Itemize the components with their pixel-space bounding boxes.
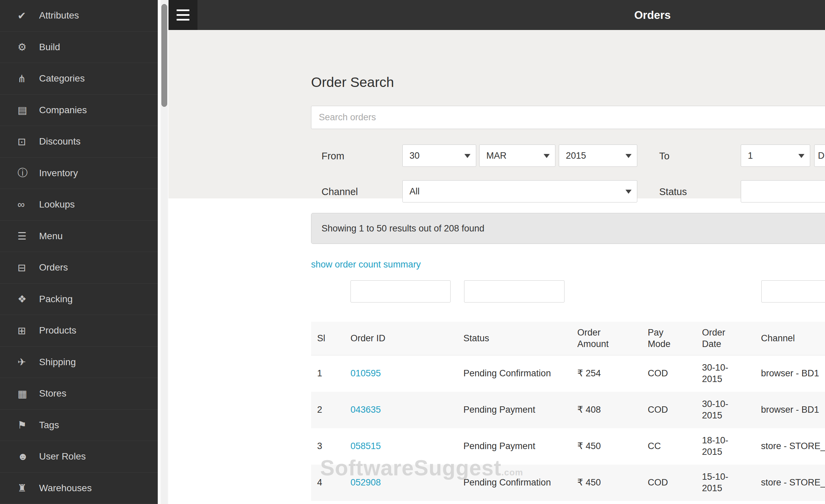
cell-amount: ₹ 450 [571, 428, 642, 465]
sidebar-item-label: Lookups [39, 199, 75, 210]
chevron-down-icon [544, 154, 550, 158]
cell-pay-mode: COD [642, 465, 696, 501]
from-month-value: MAR [486, 151, 507, 161]
cell-sl: 2 [311, 392, 344, 428]
order-id-link[interactable]: 010595 [350, 368, 381, 379]
order-search-heading: Order Search [311, 74, 394, 90]
cell-sl: 1 [311, 355, 344, 392]
tag-icon: ⚑ [18, 419, 39, 431]
cell-order-date: 30-10-2015 [696, 355, 755, 392]
sidebar-item-discounts[interactable]: ⊡ Discounts [0, 126, 158, 158]
sidebar-scrollbar[interactable] [158, 0, 169, 504]
order-id-filter-input[interactable] [350, 280, 451, 303]
sidebar-item-attributes[interactable]: ✔ Attributes [0, 0, 158, 32]
store-building-icon: ▦ [18, 388, 39, 400]
sidebar-item-label: Companies [39, 105, 87, 116]
chevron-down-icon [798, 154, 804, 158]
sidebar-item-products[interactable]: ⊞ Products [0, 315, 158, 347]
search-orders-input[interactable] [311, 106, 825, 129]
sidebar-item-orders[interactable]: ⊟ Orders [0, 252, 158, 284]
sidebar-item-lookups[interactable]: ∞ Lookups [0, 189, 158, 221]
scrollbar-thumb[interactable] [161, 4, 167, 107]
main-content: Orders Order Search From 30 MAR 2015 To … [169, 0, 825, 504]
header-sl: Sl [311, 322, 344, 355]
channel-select[interactable]: All [402, 180, 637, 202]
results-summary-text: Showing 1 to 50 results out of 208 found [322, 223, 484, 234]
table-row: 3 058515 Pending Payment ₹ 450 CC 18-10-… [311, 428, 825, 465]
sidebar-item-label: Inventory [39, 168, 78, 179]
sidebar: ✔ Attributes ⚙ Build ⋔ Categories ▤ Comp… [0, 0, 158, 504]
status-filter-input[interactable] [464, 280, 564, 303]
order-count-summary-link[interactable]: show order count summary [311, 259, 421, 270]
order-id-link[interactable]: 052908 [350, 477, 381, 489]
cell-status: Pending Confirmation [457, 465, 571, 501]
sidebar-item-companies[interactable]: ▤ Companies [0, 95, 158, 126]
cell-pay-mode: COD [642, 392, 696, 428]
status-label: Status [659, 186, 687, 197]
order-search-panel: Order Search From 30 MAR 2015 To 1 D Cha… [169, 30, 825, 198]
to-month-value: D [818, 151, 825, 161]
from-day-select[interactable]: 30 [402, 145, 476, 167]
table-body: 1 010595 Pending Confirmation ₹ 254 COD … [311, 355, 825, 501]
sidebar-item-label: Packing [39, 294, 73, 305]
channel-label: Channel [322, 186, 358, 197]
header-status: Status [457, 322, 571, 355]
sidebar-item-label: Warehouses [39, 483, 92, 494]
cell-sl: 4 [311, 465, 344, 501]
cell-amount: ₹ 408 [571, 392, 642, 428]
sidebar-item-warehouses[interactable]: ♜ Warehouses [0, 473, 158, 504]
building-icon: ▤ [18, 104, 39, 116]
header-pay-mode: Pay Mode [642, 322, 696, 355]
chevron-down-icon [625, 154, 632, 158]
chevron-down-icon [464, 154, 470, 158]
sidebar-item-label: Menu [39, 231, 63, 242]
table-row: 4 052908 Pending Confirmation ₹ 450 COD … [311, 465, 825, 501]
orders-table: Sl Order ID Status Order Amount Pay Mode… [311, 322, 825, 501]
results-summary-bar: Showing 1 to 50 results out of 208 found [311, 213, 825, 244]
info-icon: ⓘ [18, 166, 39, 180]
from-day-value: 30 [409, 151, 420, 161]
page-title: Orders [169, 0, 825, 30]
order-id-link[interactable]: 043635 [350, 404, 381, 416]
to-month-select[interactable]: D [814, 145, 825, 167]
cell-channel: browser - BD1 [755, 355, 825, 392]
sidebar-item-categories[interactable]: ⋔ Categories [0, 63, 158, 95]
cell-order-date: 18-10-2015 [696, 428, 755, 465]
cell-amount: ₹ 254 [571, 355, 642, 392]
from-label: From [322, 151, 344, 162]
sidebar-item-label: Discounts [39, 136, 81, 147]
sidebar-item-packing[interactable]: ❖ Packing [0, 284, 158, 315]
top-bar: Orders [169, 0, 825, 30]
sidebar-item-menu[interactable]: ☰ Menu [0, 221, 158, 252]
cell-sl: 3 [311, 428, 344, 465]
status-select[interactable] [741, 180, 825, 202]
header-channel: Channel [755, 322, 825, 355]
to-day-select[interactable]: 1 [741, 145, 810, 167]
to-day-value: 1 [748, 151, 753, 161]
cell-amount: ₹ 450 [571, 465, 642, 501]
money-icon: ⊟ [18, 262, 39, 274]
from-year-value: 2015 [566, 151, 586, 161]
order-id-link[interactable]: 058515 [350, 441, 381, 452]
from-month-select[interactable]: MAR [479, 145, 555, 167]
cell-status: Pending Payment [457, 392, 571, 428]
sidebar-item-shipping[interactable]: ✈ Shipping [0, 347, 158, 378]
channel-value: All [409, 186, 420, 197]
gift-icon: ⊞ [18, 325, 39, 337]
from-year-select[interactable]: 2015 [559, 145, 637, 167]
sidebar-item-build[interactable]: ⚙ Build [0, 32, 158, 63]
cell-channel: browser - BD1 [755, 392, 825, 428]
cell-order-date: 15-10-2015 [696, 465, 755, 501]
sidebar-item-inventory[interactable]: ⓘ Inventory [0, 158, 158, 189]
sidebar-item-label: Shipping [39, 357, 76, 368]
sidebar-item-tags[interactable]: ⚑ Tags [0, 410, 158, 441]
binoculars-icon: ∞ [18, 199, 39, 210]
list-icon: ☰ [18, 230, 39, 242]
channel-filter-input[interactable] [761, 280, 825, 303]
sidebar-item-label: Build [39, 42, 60, 53]
users-icon: ☻ [18, 451, 39, 462]
sidebar-item-label: User Roles [39, 451, 86, 462]
sidebar-item-user-roles[interactable]: ☻ User Roles [0, 441, 158, 473]
sidebar-item-stores[interactable]: ▦ Stores [0, 378, 158, 410]
cell-pay-mode: CC [642, 428, 696, 465]
